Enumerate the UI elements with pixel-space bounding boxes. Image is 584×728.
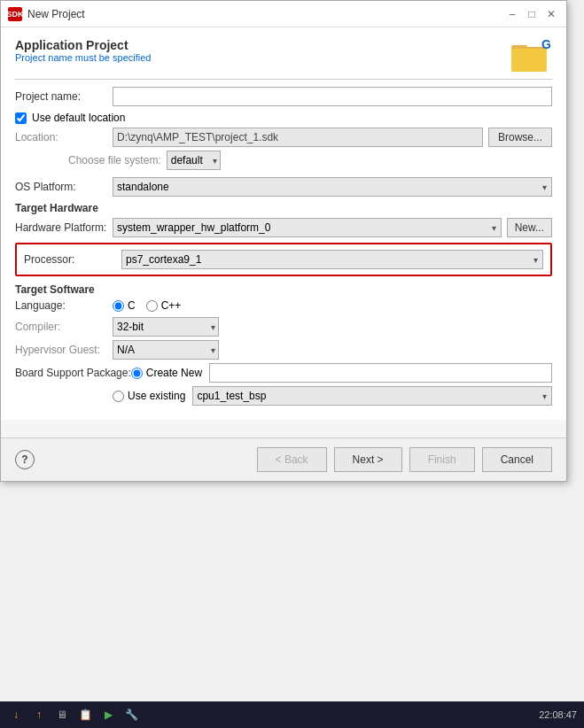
browse-button[interactable]: Browse...: [488, 128, 552, 147]
taskbar-icon-3[interactable]: 🖥: [53, 706, 71, 724]
default-location-checkbox[interactable]: [15, 112, 27, 124]
bsp-create-radio[interactable]: Create New: [131, 367, 202, 379]
processor-select-wrapper: ps7_cortexa9_1: [121, 250, 543, 269]
project-name-row: Project name:: [15, 87, 552, 106]
nav-buttons: < Back Next > Finish Cancel: [257, 447, 552, 472]
app-title: Application Project: [15, 38, 151, 52]
location-row: Location: Browse...: [15, 128, 552, 147]
taskbar-icon-6[interactable]: 🔧: [122, 706, 140, 724]
default-location-label[interactable]: Use default location: [32, 112, 125, 124]
taskbar-time: 22:08:47: [539, 709, 577, 720]
next-button[interactable]: Next >: [334, 447, 402, 472]
language-cpp-input[interactable]: [146, 300, 158, 312]
svg-text:G: G: [541, 38, 551, 51]
bsp-use-input[interactable]: [113, 391, 124, 402]
svg-rect-1: [511, 45, 527, 49]
compiler-select-wrapper: 32-bit: [113, 317, 219, 337]
bsp-create-input-field[interactable]: [209, 363, 552, 383]
language-cpp-radio[interactable]: C++: [146, 299, 182, 312]
language-c-label: C: [128, 299, 136, 312]
hypervisor-select[interactable]: N/A: [113, 340, 219, 360]
compiler-label: Compiler:: [15, 321, 113, 333]
target-software-label: Target Software: [15, 283, 552, 296]
header-text: Application Project Project name must be…: [15, 38, 151, 72]
help-button[interactable]: ?: [15, 450, 35, 469]
new-project-window: SDK New Project – □ ✕ Application Projec…: [0, 0, 567, 482]
processor-box: Processor: ps7_cortexa9_1: [15, 243, 552, 276]
hypervisor-select-wrapper: N/A: [113, 340, 219, 360]
location-label: Location:: [15, 131, 113, 143]
filesystem-select[interactable]: default: [167, 151, 221, 170]
back-button[interactable]: < Back: [257, 447, 327, 472]
sdk-icon: SDK: [8, 7, 22, 21]
hw-platform-label: Hardware Platform:: [15, 221, 113, 234]
hw-platform-select[interactable]: system_wrapper_hw_platform_0: [113, 218, 502, 237]
taskbar: ↓ ↑ 🖥 📋 ▶ 🔧 22:08:47: [0, 701, 584, 728]
folder-icon: G: [510, 38, 552, 74]
bsp-label: Board Support Package:: [15, 367, 131, 379]
processor-row: Processor: ps7_cortexa9_1: [24, 250, 543, 269]
bsp-use-label: Use existing: [128, 390, 185, 402]
os-platform-row: OS Platform: standalone: [15, 177, 552, 197]
taskbar-icon-5[interactable]: ▶: [99, 706, 117, 724]
taskbar-icon-1[interactable]: ↓: [7, 706, 25, 724]
title-bar: SDK New Project – □ ✕: [1, 1, 566, 27]
minimize-button[interactable]: –: [504, 6, 520, 22]
svg-rect-2: [511, 49, 547, 72]
location-input[interactable]: [113, 128, 483, 147]
target-software-section: Target Software Language: C C++ Com: [15, 283, 552, 406]
filesystem-select-wrapper: default: [167, 151, 221, 170]
processor-select[interactable]: ps7_cortexa9_1: [121, 250, 543, 269]
target-hardware-label: Target Hardware: [15, 202, 552, 214]
close-button[interactable]: ✕: [543, 6, 559, 22]
bsp-row: Board Support Package: Create New: [15, 363, 552, 383]
language-c-input[interactable]: [113, 300, 124, 312]
processor-label: Processor:: [24, 253, 121, 266]
bsp-use-row: Use existing cpu1_test_bsp: [113, 386, 552, 406]
hw-platform-select-wrapper: system_wrapper_hw_platform_0: [113, 218, 502, 237]
hypervisor-label: Hypervisor Guest:: [15, 344, 113, 356]
hw-platform-row: Hardware Platform: system_wrapper_hw_pla…: [15, 218, 552, 237]
compiler-row: Compiler: 32-bit: [15, 317, 552, 337]
language-radio-group: C C++: [113, 299, 181, 312]
taskbar-icon-4[interactable]: 📋: [76, 706, 94, 724]
os-platform-select-wrapper: standalone: [113, 177, 552, 197]
compiler-select[interactable]: 32-bit: [113, 317, 219, 337]
header-row: Application Project Project name must be…: [15, 38, 552, 74]
bsp-create-label: Create New: [146, 367, 202, 379]
language-row: Language: C C++: [15, 299, 552, 312]
bottom-bar: ? < Back Next > Finish Cancel: [1, 438, 566, 481]
new-platform-button[interactable]: New...: [507, 218, 552, 237]
header-divider: [15, 79, 552, 80]
cancel-button[interactable]: Cancel: [482, 447, 552, 472]
maximize-button[interactable]: □: [524, 6, 540, 22]
os-platform-label: OS Platform:: [15, 181, 113, 193]
os-platform-select[interactable]: standalone: [113, 177, 552, 197]
project-name-input[interactable]: [113, 87, 552, 106]
taskbar-icons: ↓ ↑ 🖥 📋 ▶ 🔧: [7, 706, 140, 724]
main-content: Application Project Project name must be…: [1, 27, 566, 420]
language-cpp-label: C++: [161, 299, 182, 312]
hypervisor-row: Hypervisor Guest: N/A: [15, 340, 552, 360]
taskbar-icon-2[interactable]: ↑: [30, 706, 48, 724]
bsp-use-radio[interactable]: Use existing: [113, 390, 185, 402]
filesystem-row: Choose file system: default: [15, 151, 552, 170]
project-name-label: Project name:: [15, 90, 113, 103]
language-label: Language:: [15, 299, 113, 312]
finish-button[interactable]: Finish: [409, 447, 475, 472]
filesystem-label: Choose file system:: [68, 154, 161, 167]
language-c-radio[interactable]: C: [113, 299, 136, 312]
window-title: New Project: [27, 8, 85, 20]
default-location-row: Use default location: [15, 112, 552, 124]
bsp-use-select-wrapper: cpu1_test_bsp: [192, 386, 552, 406]
bsp-create-input[interactable]: [131, 368, 143, 379]
title-bar-left: SDK New Project: [8, 7, 85, 21]
window-controls: – □ ✕: [504, 6, 559, 22]
error-message: Project name must be specified: [15, 52, 151, 63]
bsp-use-select[interactable]: cpu1_test_bsp: [192, 386, 552, 406]
